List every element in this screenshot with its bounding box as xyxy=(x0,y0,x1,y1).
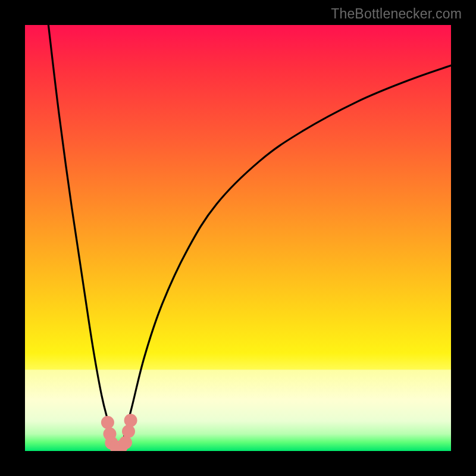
curve-left-branch xyxy=(48,25,118,449)
data-marker xyxy=(119,436,132,449)
chart-plot-area xyxy=(25,25,451,451)
chart-frame: TheBottlenecker.com xyxy=(0,0,476,476)
data-marker xyxy=(122,425,135,438)
watermark-text: TheBottlenecker.com xyxy=(331,6,462,22)
data-marker xyxy=(101,416,114,429)
chart-svg xyxy=(25,25,451,451)
curve-right-branch xyxy=(119,65,451,449)
curve-layer xyxy=(48,25,451,449)
marker-layer xyxy=(101,414,137,451)
data-marker xyxy=(124,414,137,427)
